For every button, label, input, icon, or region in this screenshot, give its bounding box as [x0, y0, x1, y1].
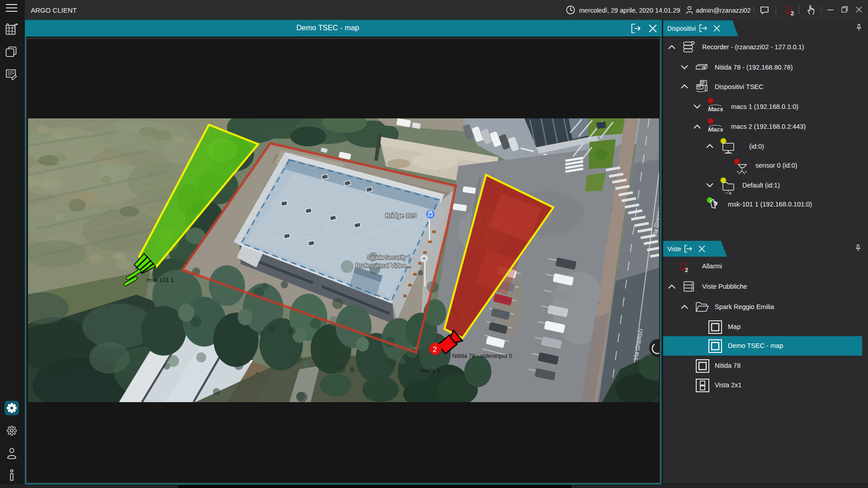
svg-text:Spark Security |: Spark Security |	[367, 254, 410, 261]
svg-text:Nitida 78 - videoinput 0: Nitida 78 - videoinput 0	[452, 352, 512, 359]
svg-text:Bridge 129: Bridge 129	[385, 212, 417, 219]
svg-text:msk-101 1: msk-101 1	[146, 277, 174, 283]
svg-text:Dispositivi: Dispositivi	[667, 25, 696, 32]
svg-text:Macs: Macs	[708, 126, 723, 133]
svg-text:2: 2	[433, 345, 437, 354]
svg-text:2: 2	[685, 267, 688, 273]
svg-text:Macs: Macs	[708, 106, 723, 113]
svg-text:Professional Video...: Professional Video...	[355, 262, 411, 269]
svg-text:Viste: Viste	[667, 245, 681, 253]
svg-text:macs 1: macs 1	[420, 367, 440, 374]
svg-text:2: 2	[791, 10, 794, 17]
